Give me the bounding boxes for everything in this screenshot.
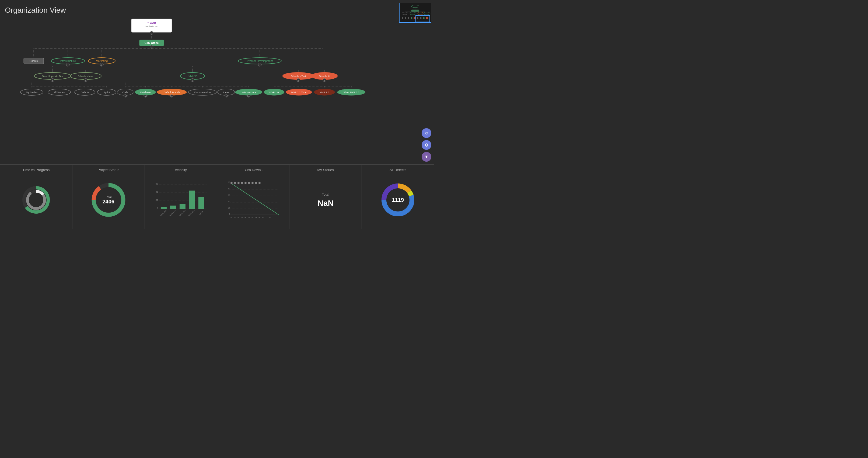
svg-text:MVP 1.0: MVP 1.0 <box>270 91 279 94</box>
page-title: Organization View <box>5 6 66 15</box>
refresh-button[interactable]: ↻ <box>422 128 431 138</box>
svg-text:20: 20 <box>228 201 230 203</box>
burn-down-card: Burn Down - 50 40 30 20 10 0 <box>217 165 289 229</box>
svg-text:Ideas: Ideas <box>223 91 229 94</box>
svg-text:05: 05 <box>245 217 247 219</box>
svg-text:Sprint 2412: Sprint 2412 <box>188 209 195 216</box>
svg-text:Sprint: Sprint <box>103 91 110 94</box>
svg-point-179 <box>248 182 250 184</box>
svg-point-182 <box>258 182 260 184</box>
all-defects-card: All Defects 1119 <box>362 165 434 229</box>
bottom-panel: Time vs Progress Project Status <box>0 164 434 229</box>
svg-text:07: 07 <box>252 217 254 219</box>
svg-text:Infrastructure: Infrastructure <box>242 91 256 94</box>
svg-text:⊕: ⊕ <box>125 96 126 97</box>
svg-text:✦ Value: ✦ Value <box>147 22 156 24</box>
velocity-card: Velocity 60 40 20 0 Sp <box>145 165 217 229</box>
svg-text:Sprint 2411: Sprint 2411 <box>179 209 186 216</box>
svg-text:⊕: ⊕ <box>145 96 146 97</box>
svg-text:⊕: ⊕ <box>101 64 102 66</box>
svg-text:40: 40 <box>228 188 230 190</box>
svg-rect-3 <box>411 10 419 12</box>
svg-text:40: 40 <box>156 191 158 193</box>
svg-text:Marketing: Marketing <box>96 60 108 62</box>
svg-text:60: 60 <box>156 183 158 185</box>
svg-text:−: − <box>151 46 152 48</box>
svg-rect-153 <box>180 204 186 209</box>
svg-text:11: 11 <box>266 217 268 219</box>
svg-text:Product Development: Product Development <box>247 60 273 62</box>
svg-text:Default Branch: Default Branch <box>164 91 180 94</box>
svg-text:Infrastructure: Infrastructure <box>60 60 76 62</box>
burn-down-chart: 50 40 30 20 10 0 <box>221 180 285 220</box>
svg-text:30: 30 <box>228 194 230 196</box>
svg-text:08: 08 <box>255 217 257 219</box>
svg-text:All Stories: All Stories <box>54 91 65 94</box>
svg-text:Silver MVP 0.1: Silver MVP 0.1 <box>343 91 359 94</box>
svg-point-177 <box>241 182 243 184</box>
svg-rect-154 <box>189 191 195 209</box>
svg-text:Silverile: Silverile <box>188 75 197 78</box>
svg-line-173 <box>230 183 279 215</box>
velocity-chart: 60 40 20 0 Sprint 2409 Sprint 2410 <box>149 180 213 220</box>
project-status-donut: Total 2406 <box>90 181 127 219</box>
all-defects-title: All Defects <box>366 168 430 172</box>
svg-text:0: 0 <box>157 207 158 209</box>
svg-text:Sprint 2409: Sprint 2409 <box>160 209 167 216</box>
svg-text:50: 50 <box>228 181 230 183</box>
tree-area: ✦ Value Info Tech, Inc. − CTO Office − C… <box>0 16 434 153</box>
svg-rect-151 <box>161 207 167 209</box>
svg-point-176 <box>238 182 240 184</box>
svg-text:Sprint+: Sprint+ <box>198 210 203 215</box>
svg-text:⊕: ⊕ <box>52 80 53 81</box>
expand-button[interactable]: ▼ <box>422 152 431 162</box>
svg-text:CTO Office: CTO Office <box>145 41 159 45</box>
svg-text:MVP 1.1 Time: MVP 1.1 Time <box>291 91 306 94</box>
svg-text:−: − <box>151 32 152 34</box>
svg-text:10: 10 <box>262 217 264 219</box>
svg-text:20: 20 <box>156 199 158 201</box>
svg-point-180 <box>251 182 254 184</box>
svg-point-181 <box>255 182 257 184</box>
all-defects-donut: 1119 <box>379 181 417 219</box>
svg-text:My Stories: My Stories <box>26 91 38 94</box>
svg-text:MVP 1.5: MVP 1.5 <box>320 91 329 94</box>
my-stories-title: My Stories <box>294 168 357 172</box>
svg-text:Database: Database <box>140 91 151 94</box>
total-label: Total <box>105 195 112 199</box>
time-vs-progress-title: Time vs Progress <box>4 168 68 172</box>
svg-text:Documentation: Documentation <box>194 91 211 94</box>
burn-down-title: Burn Down - <box>221 168 285 172</box>
svg-text:12: 12 <box>269 217 271 219</box>
svg-rect-152 <box>170 206 176 209</box>
project-status-title: Project Status <box>77 168 140 172</box>
svg-text:⊕: ⊕ <box>298 80 299 81</box>
svg-point-174 <box>230 182 232 184</box>
settings-button[interactable]: ⚙ <box>422 140 431 150</box>
svg-point-178 <box>244 182 247 184</box>
project-status-card: Project Status Total 2406 <box>72 165 145 229</box>
project-status-value: 2406 <box>102 199 115 205</box>
svg-text:−: − <box>67 64 68 66</box>
svg-point-175 <box>234 182 236 184</box>
svg-text:Silver Support - Test: Silver Support - Test <box>42 75 64 78</box>
time-vs-progress-card: Time vs Progress <box>0 165 72 229</box>
my-stories-card: My Stories Total NaN <box>289 165 362 229</box>
svg-text:04: 04 <box>241 217 243 219</box>
svg-text:⊕: ⊕ <box>226 96 227 97</box>
svg-text:Silverile - Test: Silverile - Test <box>291 75 306 78</box>
svg-text:⊕: ⊕ <box>85 80 86 81</box>
svg-text:Sprint 2410: Sprint 2410 <box>169 209 176 216</box>
all-defects-value: 1119 <box>392 197 404 203</box>
svg-text:06: 06 <box>248 217 250 219</box>
svg-text:Clients: Clients <box>30 60 38 62</box>
svg-text:−: − <box>192 80 193 81</box>
velocity-title: Velocity <box>149 168 213 172</box>
svg-text:09: 09 <box>259 217 260 219</box>
svg-text:02: 02 <box>234 217 236 219</box>
svg-text:01: 01 <box>231 217 232 219</box>
svg-text:03: 03 <box>238 217 240 219</box>
svg-text:Defects: Defects <box>81 91 89 94</box>
svg-text:Silverile.AI: Silverile.AI <box>319 75 330 78</box>
svg-text:−: − <box>259 64 260 66</box>
